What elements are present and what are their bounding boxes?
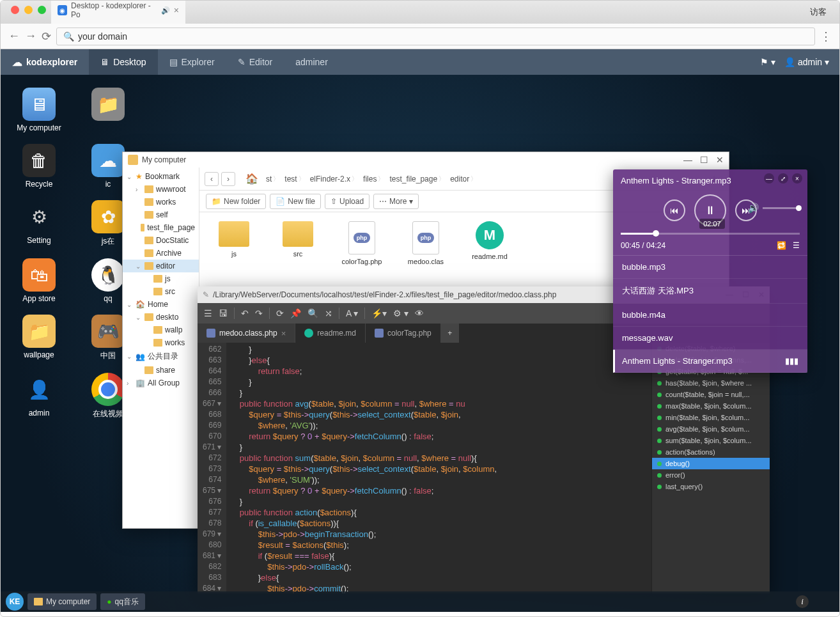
editor-tab[interactable]: readme.md xyxy=(295,324,366,343)
volume-control[interactable]: 🔊 xyxy=(748,203,800,213)
redo-icon[interactable]: ↷ xyxy=(255,308,263,318)
eye-icon[interactable]: 👁 xyxy=(415,308,424,318)
reload-button[interactable]: ⟳ xyxy=(42,29,51,43)
tree-item[interactable]: src xyxy=(123,285,199,298)
brand[interactable]: ☁ kodexplorer xyxy=(1,56,89,68)
tree-item-editor[interactable]: ⌄editor xyxy=(123,260,199,272)
playlist-item[interactable]: 大话西游 天浴.MP3 xyxy=(613,279,807,304)
desktop-icon-recycle[interactable]: 🗑Recycle xyxy=(13,144,65,189)
font-icon[interactable]: A ▾ xyxy=(346,308,358,318)
tree-allgroup[interactable]: ›🏢All Group xyxy=(123,377,199,389)
flag-icon[interactable]: ⚑ ▾ xyxy=(760,57,775,67)
desktop-icon-setting[interactable]: ⚙Setting xyxy=(13,200,65,247)
url-bar[interactable]: 🔍 your domain xyxy=(56,27,815,45)
expand-button[interactable]: ⤢ xyxy=(778,173,788,184)
function-item[interactable]: min($table, $join, $colum... xyxy=(652,412,770,423)
function-item[interactable]: count($table, $join = null,... xyxy=(652,389,770,400)
code-editor[interactable]: 662663664665666667 ▾668669670671 ▾672673… xyxy=(198,343,651,593)
new-file-button[interactable]: 📄 New file xyxy=(270,194,321,209)
filemanager-titlebar[interactable]: My computer — ☐ ✕ xyxy=(123,152,729,168)
minimize-button[interactable]: — xyxy=(764,173,774,184)
function-item[interactable]: debug() xyxy=(652,458,770,469)
tree-item[interactable]: ›wwwroot xyxy=(123,183,199,196)
wand-icon[interactable]: ⚡▾ xyxy=(371,308,387,318)
forward-button[interactable]: → xyxy=(25,29,36,43)
tree-item[interactable]: js xyxy=(123,272,199,285)
undo-icon[interactable]: ↶ xyxy=(241,308,249,318)
tree-item[interactable]: share xyxy=(123,364,199,377)
back-button[interactable]: ← xyxy=(8,29,20,43)
minimize-button[interactable]: — xyxy=(683,155,692,165)
nav-forward-button[interactable]: › xyxy=(221,172,235,186)
tree-bookmark[interactable]: ⌄★Bookmark xyxy=(123,170,199,183)
file-php[interactable]: phpmedoo.clas xyxy=(400,221,451,265)
close-button[interactable]: ✕ xyxy=(716,155,724,165)
tab-desktop[interactable]: 🖥Desktop xyxy=(89,49,157,75)
pin-icon[interactable]: 📌 xyxy=(290,308,301,318)
zoom-window-button[interactable] xyxy=(38,6,46,14)
close-tab-button[interactable]: × xyxy=(174,5,179,15)
function-item[interactable]: avg($table, $join, $colum... xyxy=(652,423,770,435)
playlist-item[interactable]: bubble.m4a xyxy=(613,304,807,327)
file-folder-src[interactable]: src xyxy=(272,221,323,258)
prev-button[interactable]: ⏮ xyxy=(664,199,685,221)
refresh-icon[interactable]: ⟳ xyxy=(276,308,284,318)
save-icon[interactable]: 🖫 xyxy=(219,308,228,318)
editor-tab[interactable]: colorTag.php xyxy=(366,324,441,343)
function-item[interactable]: last_query() xyxy=(652,481,770,492)
desktop-icon-wallpage[interactable]: 📁wallpage xyxy=(13,315,65,361)
function-item[interactable]: sum($table, $join, $colum... xyxy=(652,435,770,446)
taskbar-item[interactable]: My computer xyxy=(27,593,97,610)
menu-icon[interactable]: ☰ xyxy=(204,308,212,318)
upload-button[interactable]: ⇧ Upload xyxy=(325,194,369,209)
breadcrumb-item[interactable]: test_file_page xyxy=(384,173,442,185)
tree-item[interactable]: ⌄deskto xyxy=(123,311,199,324)
close-button[interactable]: × xyxy=(792,173,802,184)
progress-bar[interactable]: 02:07 xyxy=(613,233,807,235)
playlist-item[interactable]: Anthem Lights - Stranger.mp3▮▮▮ xyxy=(613,350,807,373)
desktop-icon-admin[interactable]: 👤admin xyxy=(13,373,65,419)
file-php[interactable]: phpcolorTag.php xyxy=(336,221,387,265)
taskbar-item[interactable]: ●qq音乐 xyxy=(100,593,145,610)
home-icon[interactable]: 🏠 xyxy=(245,173,258,185)
tree-item[interactable]: self xyxy=(123,208,199,221)
tree-item[interactable]: wallp xyxy=(123,324,199,336)
function-item[interactable]: max($table, $join, $colum... xyxy=(652,400,770,412)
shuffle-icon[interactable]: ⤭ xyxy=(325,308,332,318)
editor-tab[interactable]: medoo.class.php× xyxy=(198,324,295,343)
guest-label[interactable]: 访客 xyxy=(810,6,834,18)
maximize-button[interactable]: ☐ xyxy=(700,155,708,165)
playlist-icon[interactable]: ☰ xyxy=(793,241,800,250)
tree-home[interactable]: ⌄🏠Home xyxy=(123,298,199,311)
tab-adminer[interactable]: adminer xyxy=(284,49,339,75)
breadcrumb-item[interactable]: editor xyxy=(445,173,474,185)
tab-explorer[interactable]: ▤Explorer xyxy=(158,49,226,75)
tree-public[interactable]: ⌄👥公共目录 xyxy=(123,349,199,364)
function-item[interactable]: error() xyxy=(652,469,770,481)
minimize-window-button[interactable] xyxy=(24,6,33,14)
tree-item[interactable]: works xyxy=(123,196,199,208)
function-item[interactable]: has($table, $join, $where ... xyxy=(652,377,770,389)
new-folder-button[interactable]: 📁 New folder xyxy=(206,194,266,209)
repeat-icon[interactable]: 🔁 xyxy=(777,241,786,250)
start-button[interactable]: KE xyxy=(6,593,24,611)
new-tab-button[interactable]: + xyxy=(441,324,459,343)
info-button[interactable]: i xyxy=(796,595,809,608)
playlist-item[interactable]: message.wav xyxy=(613,327,807,350)
breadcrumb-item[interactable]: st xyxy=(261,173,277,185)
more-button[interactable]: ⋯ More ▾ xyxy=(373,194,419,209)
browser-menu-button[interactable]: ⋮ xyxy=(820,29,832,43)
close-window-button[interactable] xyxy=(11,6,19,14)
function-item[interactable]: action($actions) xyxy=(652,446,770,458)
breadcrumb-item[interactable]: test xyxy=(279,173,302,185)
search-icon[interactable]: 🔍 xyxy=(307,308,318,318)
desktop-icon-appstore[interactable]: 🛍App store xyxy=(13,258,65,303)
close-tab-icon[interactable]: × xyxy=(281,329,286,338)
file-md[interactable]: Mreadme.md xyxy=(464,221,515,260)
tree-item[interactable]: DocStatic xyxy=(123,234,199,247)
tab-editor[interactable]: ✎Editor xyxy=(226,49,284,75)
breadcrumb-item[interactable]: elFinder-2.x xyxy=(305,173,355,185)
tree-item[interactable]: test_file_page xyxy=(123,221,199,234)
breadcrumb-item[interactable]: files xyxy=(358,173,382,185)
browser-tab[interactable]: ◉ Desktop - kodexplorer - Po 🔊 × xyxy=(51,0,185,24)
